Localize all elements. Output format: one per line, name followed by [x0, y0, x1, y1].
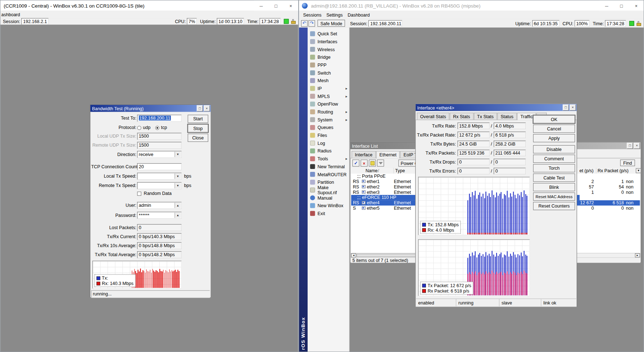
scroll-left-button[interactable]: ◄	[351, 253, 356, 257]
protocol-tcp-radio[interactable]	[155, 126, 159, 130]
tab-status[interactable]: Status	[497, 113, 517, 120]
disable-button[interactable]: ×	[360, 160, 367, 166]
safe-mode-button[interactable]: Safe Mode	[317, 20, 345, 27]
close-button[interactable]: ×	[284, 0, 298, 11]
comment-button[interactable]	[369, 160, 376, 166]
txrx-rate-label: Tx/Rx Rate:	[417, 122, 456, 129]
menu-item-settings[interactable]: Settings	[324, 12, 345, 17]
enable-button[interactable]: ✓	[352, 160, 359, 166]
tab-interface[interactable]: Interface	[352, 151, 376, 158]
sidebar-item-new-winbox[interactable]: New WinBox	[308, 201, 349, 209]
chevron-up-icon[interactable]: ▲	[174, 213, 181, 218]
undo-button[interactable]: ↶	[301, 20, 308, 26]
close-button[interactable]: ×	[634, 143, 640, 149]
sidebar-item-make-supout[interactable]: Make Supout.rif	[308, 186, 349, 194]
reset-mac-address-button[interactable]: Reset MAC Address	[533, 192, 575, 201]
interface-name: ether4	[367, 200, 380, 206]
close-button[interactable]: Close	[188, 134, 208, 142]
ok-button[interactable]: OK	[533, 115, 575, 124]
sidebar-item-mpls[interactable]: MPLS▸	[308, 92, 349, 100]
start-button[interactable]: Start	[188, 115, 208, 123]
dialog-titlebar[interactable]: Bandwidth Test (Running) □ ×	[90, 105, 210, 112]
local-tx-speed-input[interactable]: ▼	[137, 173, 181, 179]
tab-tx-stats[interactable]: Tx Stats	[474, 113, 497, 120]
sidebar-item-log[interactable]: Log	[308, 139, 349, 147]
session-value[interactable]: 192.168.200.11	[368, 20, 402, 26]
sidebar-item-quick-set[interactable]: Quick Set	[308, 30, 349, 37]
cable-test-label: Cable Test	[543, 175, 564, 180]
test-to-input[interactable]: 192.168.200.11	[137, 115, 181, 121]
sidebar-item-new-terminal[interactable]: New Terminal	[308, 162, 349, 170]
blink-button[interactable]: Blink	[533, 183, 575, 191]
chevron-down-icon[interactable]: ▼	[174, 183, 181, 188]
column-filter-dropdown[interactable]: ▼	[636, 168, 641, 173]
cancel-button[interactable]: Cancel	[533, 125, 575, 133]
separator: /	[491, 132, 492, 138]
column-header-type[interactable]: Type	[394, 168, 405, 174]
maximize-button[interactable]: □	[269, 0, 284, 11]
sidebar-item-files[interactable]: Files	[308, 131, 349, 139]
remote-tx-speed-input[interactable]: ▼	[137, 182, 181, 189]
comment-button[interactable]: Comment	[533, 155, 575, 163]
maximize-button[interactable]: □	[197, 105, 203, 111]
maximize-button[interactable]: □	[563, 104, 569, 111]
sidebar-item-radius[interactable]: Radius	[308, 147, 349, 155]
password-input[interactable]: ****** ▲	[137, 212, 181, 219]
tab-ethernet[interactable]: Ethernet	[376, 151, 400, 159]
user-input[interactable]: admin ▲	[137, 202, 181, 209]
sidebar-item-ppp[interactable]: PPP	[308, 61, 349, 69]
column-header-rx-packet[interactable]: Rx Packet (p/s)	[596, 168, 628, 174]
close-button[interactable]: ×	[204, 105, 210, 111]
sidebar-item-switch[interactable]: Switch	[308, 69, 349, 77]
chevron-down-icon[interactable]: ▼	[174, 174, 181, 179]
tab-overall-stats[interactable]: Overall Stats	[417, 113, 449, 120]
session-value[interactable]: 192.168.2.1	[22, 18, 49, 24]
column-header-name[interactable]: Name	[366, 168, 377, 174]
tcp-connection-count-input[interactable]: 20	[137, 163, 181, 170]
sidebar-item-interfaces[interactable]: Interfaces	[308, 37, 349, 45]
close-button[interactable]: ×	[629, 0, 644, 11]
titlebar[interactable]: admin@192.168.200.11 (RB_VILLAGE) - WinB…	[299, 0, 644, 11]
stop-button[interactable]: Stop	[188, 124, 208, 133]
chevron-up-icon[interactable]: ▲	[174, 203, 181, 208]
titlebar[interactable]: (CCR1009 - Central) - WinBox v6.30.1 on …	[0, 0, 298, 11]
reset-counters-button[interactable]: Reset Counters	[533, 202, 575, 210]
apply-button[interactable]: Apply	[533, 134, 575, 142]
sidebar-item-bridge[interactable]: Bridge	[308, 53, 349, 61]
lost-packets-label: Lost Packets:	[91, 224, 136, 231]
chevron-down-icon[interactable]: ▼	[174, 152, 181, 157]
sidebar-item-metarouter[interactable]: MetaROUTER	[308, 170, 349, 178]
sidebar-item-system[interactable]: System▸	[308, 116, 349, 124]
close-icon: ×	[206, 107, 208, 110]
menu-item-dashboard[interactable]: ashboard	[0, 12, 23, 17]
sidebar-item-mesh[interactable]: Mesh	[308, 76, 349, 84]
filter-button[interactable]	[377, 160, 384, 166]
sidebar-item-exit[interactable]: Exit	[308, 209, 349, 217]
sidebar-item-ip[interactable]: IP▸	[308, 84, 349, 92]
cable-test-button[interactable]: Cable Test	[533, 174, 575, 182]
protocol-udp-radio[interactable]	[137, 126, 141, 130]
find-button[interactable]: Find	[620, 160, 635, 166]
menu-item-dashboard[interactable]: Dashboard	[345, 12, 372, 17]
dialog-titlebar[interactable]: Interface <ether4> □ ×	[416, 104, 577, 111]
minimize-button[interactable]: ─	[599, 0, 614, 11]
menu-item-sessions[interactable]: Sessions	[301, 12, 324, 17]
close-button[interactable]: ×	[570, 104, 576, 111]
sidebar-item-wireless[interactable]: Wireless	[308, 45, 349, 53]
random-data-checkbox[interactable]	[137, 192, 141, 196]
direction-select[interactable]: receive ▼	[137, 151, 181, 158]
disable-button[interactable]: Disable	[533, 145, 575, 153]
torch-button[interactable]: Torch	[533, 164, 575, 172]
sidebar-item-manual[interactable]: Manual	[308, 194, 349, 202]
scroll-right-button[interactable]: ►	[635, 253, 640, 257]
tab-rx-stats[interactable]: Rx Stats	[450, 113, 473, 120]
bridge-icon	[310, 54, 315, 59]
redo-button[interactable]: ↷	[308, 20, 315, 26]
sidebar-item-openflow[interactable]: OpenFlow	[308, 100, 349, 108]
sidebar-item-tools[interactable]: Tools▸	[308, 155, 349, 162]
sidebar-item-routing[interactable]: Routing▸	[308, 108, 349, 116]
sidebar-item-queues[interactable]: Queues	[308, 123, 349, 131]
maximize-button[interactable]: □	[614, 0, 629, 11]
minimize-button[interactable]: ─	[254, 0, 269, 11]
maximize-button[interactable]: □	[627, 143, 633, 149]
